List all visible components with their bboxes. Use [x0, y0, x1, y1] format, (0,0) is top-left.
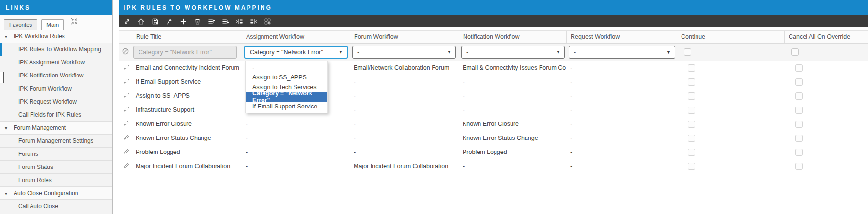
header-continue: Continue — [677, 31, 784, 43]
links-panel-title: LINKS — [0, 0, 112, 15]
column-left-icon[interactable] — [235, 17, 243, 25]
continue-checkbox[interactable] — [688, 121, 695, 128]
edit-pencil-icon[interactable] — [124, 64, 130, 72]
header-icon-column — [119, 31, 132, 43]
edit-pencil-icon[interactable] — [124, 162, 130, 170]
move-row-down-icon[interactable] — [221, 17, 229, 25]
grid-settings-icon[interactable] — [264, 17, 271, 25]
sidebar-item-forum-management-settings[interactable]: Forum Management Settings — [0, 135, 112, 148]
table-row[interactable]: Known Error Status Change - - Known Erro… — [119, 131, 868, 145]
edit-pencil-icon[interactable] — [124, 92, 130, 100]
chevron-down-icon: ▼ — [556, 50, 560, 55]
request-workflow-combobox[interactable]: - ▼ — [569, 46, 675, 59]
sidebar-item-forum-roles[interactable]: Forum Roles — [0, 174, 112, 187]
edit-pencil-icon[interactable] — [124, 148, 130, 156]
app-screen: LINKS Favorites Main ▾IPK Workflow Rules… — [0, 0, 868, 214]
edit-pencil-icon[interactable] — [124, 78, 130, 86]
cancel-all-checkbox[interactable] — [791, 48, 799, 56]
sidebar-group-ipk-workflow-rules[interactable]: ▾IPK Workflow Rules — [0, 30, 112, 43]
cancel-all-checkbox[interactable] — [795, 135, 803, 142]
chevron-down-icon: ▾ — [5, 34, 10, 39]
links-sidebar: LINKS Favorites Main ▾IPK Workflow Rules… — [0, 0, 113, 214]
edit-pencil-icon[interactable] — [124, 106, 130, 114]
flag-icon[interactable] — [165, 17, 173, 25]
dropdown-option[interactable]: Assign to SS_APPS — [246, 73, 327, 82]
continue-checkbox[interactable] — [688, 107, 695, 114]
sidebar-item-forum-status[interactable]: Forum Status — [0, 161, 112, 174]
dropdown-option-selected[interactable]: Category = "Network Error" — [246, 92, 327, 102]
delete-icon[interactable] — [193, 17, 201, 25]
cancel-all-checkbox[interactable] — [795, 64, 803, 72]
header-request-workflow: Request Workflow — [566, 31, 677, 43]
tab-main[interactable]: Main — [41, 19, 64, 30]
table-row[interactable]: If Email Support Service - - - — [119, 75, 868, 89]
header-notification-workflow: Notification Workflow — [459, 31, 566, 43]
sidebar-item-ipk-rules-to-workflow-mapping[interactable]: IPK Rules To Workflow Mapping — [0, 43, 112, 56]
save-icon[interactable] — [151, 17, 159, 25]
continue-checkbox[interactable] — [688, 135, 695, 142]
cancel-all-checkbox[interactable] — [795, 78, 803, 86]
cancel-all-checkbox[interactable] — [795, 121, 803, 128]
sidebar-item-ipk-request-workflow[interactable]: IPK Request Workflow — [0, 95, 112, 108]
collapse-panel-icon[interactable] — [71, 18, 78, 27]
forum-workflow-combobox[interactable]: - ▼ — [352, 46, 456, 59]
header-assignment-workflow: Assignment Workflow — [242, 31, 350, 43]
continue-checkbox[interactable] — [688, 64, 695, 72]
sidebar-tab-row: Favorites Main — [0, 15, 112, 30]
cancel-all-checkbox[interactable] — [795, 92, 803, 100]
sidebar-item-call-auto-close[interactable]: Call Auto Close — [0, 200, 112, 213]
rule-title-input[interactable] — [133, 46, 237, 59]
dropdown-option[interactable]: If Email Support Service — [246, 102, 327, 111]
table-row[interactable]: Infrastructure Support - - - — [119, 103, 868, 117]
table-row[interactable]: Major Incident Forum Collaboration - Maj… — [119, 159, 868, 173]
header-forum-workflow: Forum Workflow — [350, 31, 459, 43]
notification-workflow-combobox[interactable]: - ▼ — [461, 46, 565, 59]
chevron-down-icon: ▾ — [5, 125, 10, 131]
main-panel: IPK RULES TO WORKFLOW MAPPING — [119, 0, 868, 214]
continue-checkbox[interactable] — [688, 163, 695, 170]
chevron-down-icon: ▼ — [447, 50, 451, 55]
panel-splitter[interactable] — [113, 0, 119, 214]
column-right-icon[interactable] — [249, 17, 257, 25]
page-title: IPK RULES TO WORKFLOW MAPPING — [119, 0, 868, 15]
edit-row: Category = "Network Error" ▼ - ▼ - ▼ - ▼ — [119, 44, 868, 61]
continue-checkbox[interactable] — [684, 48, 691, 56]
tab-favorites[interactable]: Favorites — [4, 19, 37, 30]
continue-checkbox[interactable] — [688, 78, 695, 86]
table-row[interactable]: Assign to SS_APPS - - - — [119, 89, 868, 103]
collapse-diagonal-icon[interactable] — [123, 17, 131, 25]
sidebar-item-forums[interactable]: Forums — [0, 148, 112, 161]
table-header-row: Rule Title Assignment Workflow Forum Wor… — [119, 30, 868, 44]
sidebar-tree: ▾IPK Workflow Rules IPK Rules To Workflo… — [0, 30, 112, 213]
toolbar — [119, 15, 868, 27]
table-row[interactable]: Known Error Closure - - Known Error Clos… — [119, 117, 868, 131]
sidebar-item-ipk-forum-workflow[interactable]: IPK Forum Workflow — [0, 82, 112, 95]
sidebar-item-ipk-notification-workflow[interactable]: IPK Notification Workflow — [0, 69, 112, 82]
sidebar-group-forum-management[interactable]: ▾Forum Management — [0, 122, 112, 135]
chevron-down-icon: ▾ — [5, 191, 10, 196]
add-icon[interactable] — [179, 17, 187, 25]
assignment-workflow-dropdown: - Assign to SS_APPS Assign to Tech Servi… — [245, 61, 328, 113]
cancel-edit-icon[interactable] — [122, 47, 129, 57]
table-row[interactable]: Email and Connectivity Incident Forum Em… — [119, 61, 868, 75]
move-row-up-icon[interactable] — [207, 17, 215, 25]
edit-pencil-icon[interactable] — [124, 120, 130, 128]
edit-pencil-icon[interactable] — [124, 134, 130, 142]
offscreen-panel-edge — [0, 72, 4, 83]
table-row[interactable]: Problem Logged - - Problem Logged - — [119, 145, 868, 159]
cancel-all-checkbox[interactable] — [795, 163, 803, 170]
header-cancel-all-on-override: Cancel All On Override — [784, 31, 868, 43]
chevron-down-icon: ▼ — [339, 50, 343, 55]
assignment-workflow-combobox[interactable]: Category = "Network Error" ▼ — [244, 46, 348, 59]
sidebar-item-call-fields-for-ipk-rules[interactable]: Call Fields for IPK Rules — [0, 108, 112, 122]
continue-checkbox[interactable] — [688, 92, 695, 100]
sidebar-group-auto-close-configuration[interactable]: ▾Auto Close Configuration — [0, 187, 112, 200]
sidebar-item-ipk-assignment-workflow[interactable]: IPK Assignment Workflow — [0, 56, 112, 69]
cancel-all-checkbox[interactable] — [795, 107, 803, 114]
cancel-all-checkbox[interactable] — [795, 149, 803, 156]
continue-checkbox[interactable] — [688, 149, 695, 156]
dropdown-option[interactable]: - — [246, 63, 327, 73]
home-icon[interactable] — [137, 17, 145, 25]
header-rule-title: Rule Title — [132, 31, 242, 43]
chevron-down-icon: ▼ — [666, 50, 671, 55]
